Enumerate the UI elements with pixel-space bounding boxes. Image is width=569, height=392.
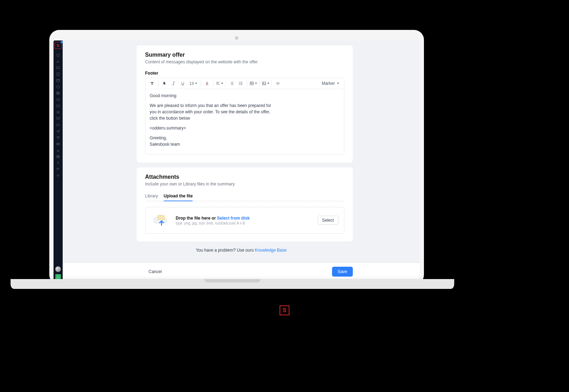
nav-user-icon[interactable] [56, 161, 60, 165]
drop-zone[interactable]: Drop the file here or Select from disk t… [145, 207, 344, 234]
main-content: Summary offer Content of messages displa… [63, 40, 420, 280]
summary-card: Summary offer Content of messages displa… [137, 45, 353, 163]
svg-point-16 [239, 82, 240, 82]
text-style-icon[interactable] [148, 79, 157, 88]
image-icon[interactable] [261, 79, 270, 88]
attachments-title: Attachments [145, 174, 344, 180]
code-icon[interactable] [273, 79, 282, 88]
tab-upload[interactable]: Upload the file [164, 191, 193, 201]
summary-title: Summary offer [145, 52, 344, 58]
footer-label: Footer [145, 71, 344, 76]
nav-flag-icon[interactable] [56, 167, 60, 171]
bold-icon[interactable] [160, 79, 169, 88]
svg-point-7 [58, 112, 58, 113]
nav-folder-icon[interactable] [56, 104, 60, 108]
svg-rect-9 [57, 143, 60, 145]
select-button[interactable]: Select [318, 216, 338, 225]
nav-analytics-icon[interactable] [56, 59, 60, 64]
nav-gear-icon[interactable] [56, 173, 60, 178]
attachments-subtitle: Include your own or Library files in the… [145, 182, 344, 186]
svg-point-18 [239, 84, 240, 85]
svg-point-17 [239, 83, 240, 83]
nav-layer-icon[interactable] [56, 135, 60, 140]
nav-target-icon[interactable] [56, 110, 60, 114]
italic-icon[interactable] [169, 79, 178, 88]
svg-point-6 [57, 111, 60, 114]
align-icon[interactable] [215, 79, 224, 88]
action-bar: Cancel Save [63, 263, 420, 280]
ol-icon[interactable] [227, 79, 236, 88]
svg-rect-4 [57, 92, 59, 94]
marker-dropdown[interactable]: Marker [322, 81, 342, 86]
brand-logo-icon: S [280, 305, 289, 315]
drop-title: Drop the file here or Select from disk [176, 216, 313, 221]
svg-point-12 [58, 162, 59, 163]
nav-drawer-icon[interactable] [56, 142, 60, 146]
editor-toolbar: 13 [145, 78, 344, 89]
nav-cloud-icon[interactable] [56, 123, 60, 127]
svg-rect-3 [57, 93, 60, 95]
svg-rect-11 [57, 157, 60, 158]
nav-dashboard-icon[interactable] [56, 53, 60, 57]
summary-subtitle: Content of messages displayed on the web… [145, 59, 344, 64]
nav-box-icon[interactable] [56, 85, 60, 89]
svg-point-0 [57, 54, 60, 57]
user-avatar[interactable] [55, 266, 61, 272]
nav-chat-icon[interactable] [56, 66, 60, 70]
app-logo[interactable]: S [55, 42, 62, 49]
nav-present-icon[interactable] [56, 116, 60, 121]
svg-rect-20 [263, 82, 266, 85]
sidebar: S [54, 40, 63, 280]
nav-cal-icon[interactable] [56, 78, 60, 83]
cancel-button[interactable]: Cancel [149, 269, 162, 274]
nav-server-icon[interactable] [56, 154, 60, 159]
table-icon[interactable] [249, 79, 258, 88]
svg-rect-10 [57, 156, 60, 157]
ul-icon[interactable] [236, 79, 245, 88]
attachments-card: Attachments Include your own or Library … [137, 167, 353, 241]
svg-rect-15 [206, 85, 208, 85]
drop-hint: type: png, jpg; size 3mb, rozdzielczość … [176, 221, 313, 225]
svg-rect-5 [57, 99, 60, 101]
nav-wallet-icon[interactable] [56, 97, 60, 102]
svg-point-13 [58, 175, 59, 176]
svg-point-14 [57, 276, 60, 278]
nav-bell-icon[interactable] [56, 148, 60, 152]
save-button[interactable]: Save [332, 267, 353, 277]
rich-text-editor: 13 [145, 78, 344, 155]
select-from-disk-link[interactable]: Select from disk [217, 216, 250, 221]
text-color-icon[interactable] [202, 79, 212, 88]
knowledge-base-link[interactable]: Knowledge Base [255, 248, 287, 253]
nav-doc-icon[interactable] [56, 72, 60, 76]
svg-rect-22 [158, 215, 164, 220]
svg-rect-2 [57, 80, 60, 82]
svg-rect-8 [57, 118, 60, 119]
editor-body[interactable]: Good morning We are pleased to inform yo… [145, 89, 344, 154]
upload-cloud-icon [151, 213, 171, 228]
help-text: You have a problem? Use ours Knowledge B… [63, 248, 420, 253]
nav-copy-icon[interactable] [56, 91, 60, 95]
svg-rect-1 [57, 73, 60, 76]
font-size-select[interactable]: 13 [187, 81, 199, 86]
tab-library[interactable]: Library [145, 191, 158, 201]
nav-send-icon[interactable] [56, 129, 60, 133]
underline-icon[interactable] [178, 79, 187, 88]
